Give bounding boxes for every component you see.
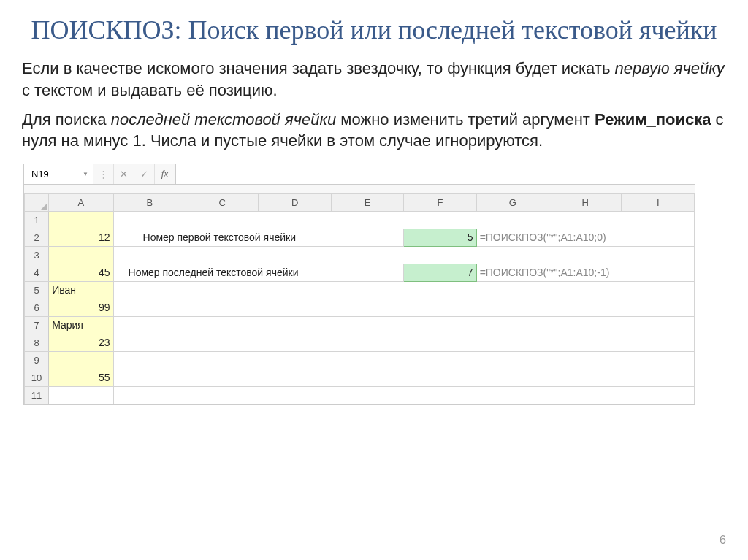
formula-input[interactable] xyxy=(175,164,695,184)
cancel-icon[interactable]: ✕ xyxy=(114,164,134,184)
col-header-i[interactable]: I xyxy=(622,193,695,211)
cell-a5[interactable]: Иван xyxy=(49,281,113,299)
row-header[interactable]: 1 xyxy=(25,211,49,229)
cell-a4[interactable]: 45 xyxy=(49,264,113,281)
cell-a7[interactable]: Мария xyxy=(49,316,113,334)
formula-bar-expand-icon[interactable]: ⋮ xyxy=(94,164,114,184)
formula-text-1: =ПОИСКПОЗ("*";A1:A10;0) xyxy=(476,229,694,246)
fx-icon[interactable]: fx xyxy=(155,164,175,184)
formula-bar: N19 ▼ ⋮ ✕ ✓ fx xyxy=(24,164,695,185)
cell-f4-result[interactable]: 7 xyxy=(404,264,476,281)
row-header[interactable]: 4 xyxy=(25,264,49,281)
page-number: 6 xyxy=(720,534,726,547)
cell-f2-result[interactable]: 5 xyxy=(404,229,476,246)
name-box[interactable]: N19 ▼ xyxy=(24,164,94,184)
cell-a10[interactable]: 55 xyxy=(49,369,113,386)
slide-title: ПОИСКПОЗ: Поиск первой или последней тек… xyxy=(22,15,726,46)
spreadsheet-grid[interactable]: A B C D E F G H I 1 2 12 Номер первой те… xyxy=(24,193,695,404)
col-header-b[interactable]: B xyxy=(113,193,186,211)
cell-a9[interactable] xyxy=(49,351,113,369)
paragraph-1: Если в качестве искомого значения задать… xyxy=(22,58,726,101)
formula-text-2: =ПОИСКПОЗ("*";A1:A10;-1) xyxy=(476,264,694,281)
row-header[interactable]: 7 xyxy=(25,316,49,334)
cell-a2[interactable]: 12 xyxy=(49,229,113,246)
col-header-g[interactable]: G xyxy=(476,193,549,211)
cell-a1[interactable] xyxy=(49,211,113,229)
col-header-h[interactable]: H xyxy=(549,193,622,211)
row-header[interactable]: 10 xyxy=(25,369,49,386)
row-header[interactable]: 3 xyxy=(25,246,49,264)
label-last-text: Номер последней текстовой ячейки xyxy=(129,266,299,278)
col-header-d[interactable]: D xyxy=(259,193,331,211)
col-header-e[interactable]: E xyxy=(331,193,403,211)
row-header[interactable]: 2 xyxy=(25,229,49,246)
paragraph-2: Для поиска последней текстовой ячейки мо… xyxy=(22,109,726,152)
cell-a6[interactable]: 99 xyxy=(49,299,113,316)
excel-screenshot: N19 ▼ ⋮ ✕ ✓ fx A B C D E F G H I 1 xyxy=(23,164,695,405)
label-first-text: Номер первой текстовой ячейки xyxy=(143,231,296,243)
cell-a3[interactable] xyxy=(49,246,113,264)
col-header-c[interactable]: C xyxy=(186,193,258,211)
chevron-down-icon: ▼ xyxy=(83,171,88,177)
row-header[interactable]: 8 xyxy=(25,334,49,351)
col-header-a[interactable]: A xyxy=(49,193,113,211)
cell-a11[interactable] xyxy=(49,386,113,404)
confirm-icon[interactable]: ✓ xyxy=(134,164,155,184)
row-header[interactable]: 9 xyxy=(25,351,49,369)
row-header[interactable]: 6 xyxy=(25,299,49,316)
row-header[interactable]: 5 xyxy=(25,281,49,299)
row-header[interactable]: 11 xyxy=(25,386,49,404)
cell-a8[interactable]: 23 xyxy=(49,334,113,351)
select-all-corner[interactable] xyxy=(25,193,49,211)
col-header-f[interactable]: F xyxy=(404,193,476,211)
